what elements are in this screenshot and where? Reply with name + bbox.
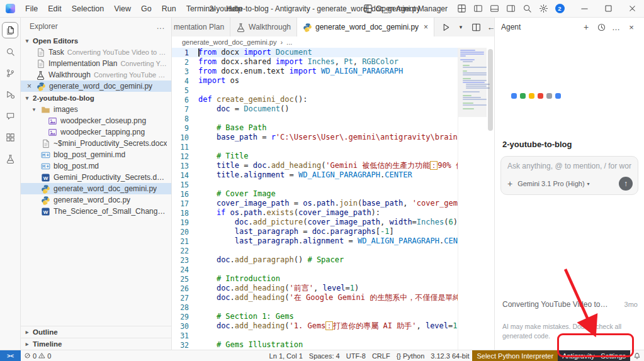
breadcrumb-more[interactable]: ... — [286, 38, 292, 46]
code-line[interactable]: 19 doc.add_picture(cover_image_path, wid… — [172, 218, 458, 227]
search-icon[interactable] — [519, 1, 535, 16]
code-line[interactable]: 7 doc = Document() — [172, 104, 458, 114]
sidebar-more-icon[interactable]: ... — [157, 22, 165, 31]
code-line[interactable]: 15 — [172, 180, 458, 189]
menu-terminal[interactable]: Terminal — [181, 0, 221, 18]
status-ln-1-col-1[interactable]: Ln 1, Col 1 — [266, 350, 306, 361]
model-selector[interactable]: Gemini 3.1 Pro (High) ▾ — [517, 180, 589, 187]
vertical-scrollbar[interactable] — [487, 48, 494, 350]
code-line[interactable]: 1from docx import Document — [172, 48, 458, 57]
section-outline[interactable]: ▸Outline — [21, 326, 171, 338]
split-editor-icon[interactable] — [470, 21, 482, 33]
breadcrumb-file[interactable]: generate_word_doc_gemini.py — [182, 38, 276, 46]
menu-help[interactable]: Help — [221, 0, 247, 18]
tree-item[interactable]: blog_post_gemini.md — [21, 149, 171, 160]
code-line[interactable]: 28 — [172, 303, 458, 312]
menu-file[interactable]: File — [20, 0, 43, 18]
code-line[interactable]: 22 — [172, 246, 458, 255]
minimap[interactable] — [458, 48, 487, 350]
section-timeline[interactable]: ▸Timeline — [21, 338, 171, 350]
tree-item[interactable]: woodpecker_tapping.png — [21, 126, 171, 138]
tree-item[interactable]: WThe_Science_of_Small_Changes.docx — [21, 206, 171, 217]
code-line[interactable]: 2from docx.shared import Inches, Pt, RGB… — [172, 57, 458, 67]
breadcrumb[interactable]: generate_word_doc_gemini.py › ... — [172, 36, 494, 48]
tree-item[interactable]: blog_post.md — [21, 160, 171, 172]
menu-run[interactable]: Run — [157, 0, 181, 18]
open-agent-manager-button[interactable]: Open Agent Manager — [358, 2, 453, 15]
code-line[interactable]: 24 — [172, 265, 458, 274]
layout-panel-right-icon[interactable] — [502, 1, 519, 16]
menu-go[interactable]: Go — [136, 0, 157, 18]
antigravity-settings-item[interactable]: Antigravity - Settings — [558, 350, 630, 361]
more-icon[interactable]: … — [610, 21, 623, 33]
activity-source-control[interactable] — [2, 65, 18, 81]
code-line[interactable]: 25 # Introduction — [172, 274, 458, 284]
run-icon[interactable] — [439, 21, 452, 33]
tree-item[interactable]: generate_word_doc_gemini.py — [21, 183, 171, 194]
editor-tab[interactable]: mentation Plan — [172, 18, 230, 36]
code-line[interactable]: 5 — [172, 86, 458, 95]
code-line[interactable]: 14 title.alignment = WD_ALIGN_PARAGRAPH.… — [172, 170, 458, 180]
code-line[interactable]: 21 last_paragraph.alignment = WD_ALIGN_P… — [172, 236, 458, 246]
select-interpreter-button[interactable]: Select Python Interpreter — [472, 350, 558, 361]
notifications-bell-icon[interactable] — [630, 350, 644, 361]
scrollbar-thumb[interactable] — [488, 49, 493, 131]
code-area[interactable]: 1from docx import Document2from docx.sha… — [172, 48, 494, 350]
code-line[interactable]: 11 — [172, 142, 458, 152]
status-spaces-4[interactable]: Spaces: 4 — [306, 350, 343, 361]
code-line[interactable]: 9 # Base Path — [172, 123, 458, 133]
send-button[interactable]: ↑ — [619, 177, 633, 191]
activity-extensions[interactable] — [2, 129, 18, 145]
code-line[interactable]: 3from docx.enum.text import WD_ALIGN_PAR… — [172, 67, 458, 76]
activity-explorer[interactable] — [2, 22, 18, 38]
close-tab-icon[interactable]: × — [424, 23, 428, 31]
new-chat-icon[interactable]: + — [580, 21, 592, 33]
open-editors-header[interactable]: ▾ Open Editors — [21, 35, 171, 47]
code-line[interactable]: 32 # Gems Illustration — [172, 340, 458, 350]
agent-input-card[interactable]: + Gemini 3.1 Pro (High) ▾ ↑ — [500, 156, 638, 195]
problems-indicator[interactable]: 0 0 — [21, 350, 54, 361]
open-editor-item[interactable]: TaskConverting YouTube Video to Blog Pos… — [21, 47, 171, 58]
tree-item[interactable]: generate_word_doc.py — [21, 194, 171, 206]
history-icon[interactable] — [595, 21, 607, 33]
open-editor-item[interactable]: ×generate_word_doc_gemini.py — [21, 81, 171, 92]
code-line[interactable]: 26 doc.add_heading('前言', level=1) — [172, 284, 458, 293]
close-button[interactable] — [620, 0, 644, 18]
code-line[interactable]: 31 — [172, 331, 458, 340]
agent-grid-icon[interactable] — [453, 1, 470, 16]
activity-testing[interactable] — [2, 150, 18, 167]
code-line[interactable]: 29 # Section 1: Gems — [172, 312, 458, 321]
account-badge-icon[interactable]: 2 — [551, 1, 568, 16]
code-line[interactable]: 30 doc.add_heading('1. Gems：打造你的專屬 AI 助手… — [172, 321, 458, 331]
remote-indicator[interactable]: >< — [0, 350, 21, 361]
code-line[interactable]: 17 cover_image_path = os.path.join(base_… — [172, 199, 458, 208]
maximize-button[interactable] — [596, 0, 620, 18]
attach-plus-icon[interactable]: + — [507, 179, 512, 189]
code-line[interactable]: 20 last_paragraph = doc.paragraphs[-1] — [172, 227, 458, 236]
code-line[interactable]: 12 # Title — [172, 152, 458, 161]
layout-panel-left-icon[interactable] — [470, 1, 486, 16]
menu-view[interactable]: View — [109, 0, 136, 18]
menu-edit[interactable]: Edit — [43, 0, 67, 18]
code-line[interactable]: 27 doc.add_heading('在 Google Gemini 的生態系… — [172, 293, 458, 303]
menu-selection[interactable]: Selection — [67, 0, 109, 18]
code-line[interactable]: 10 base_path = r'C:\Users\User\.gemini\a… — [172, 133, 458, 142]
status-crlf[interactable]: CRLF — [369, 350, 393, 361]
editor-tab[interactable]: Walkthrough — [230, 18, 297, 36]
code-line[interactable]: 23 doc.add_paragraph() # Spacer — [172, 255, 458, 265]
status-utf-8[interactable]: UTF-8 — [343, 350, 369, 361]
status-3-12-3-64-bit[interactable]: 3.12.3 64-bit — [427, 350, 472, 361]
tree-item[interactable]: WGemini_Productivity_Secrets.docx — [21, 172, 171, 183]
code-line[interactable]: 18 if os.path.exists(cover_image_path): — [172, 208, 458, 218]
open-editor-item[interactable]: Implementation PlanConverting YouTube ..… — [21, 58, 171, 69]
workspace-root-row[interactable]: ▾ 2-youtube-to-blog — [21, 92, 171, 104]
run-dropdown-icon[interactable]: ▾ — [455, 21, 467, 33]
activity-search[interactable] — [2, 43, 18, 60]
close-icon[interactable]: × — [625, 21, 638, 33]
tree-item[interactable]: ▾images — [21, 104, 171, 115]
tree-item[interactable]: ~$mini_Productivity_Secrets.docx — [21, 138, 171, 149]
open-editor-item[interactable]: WalkthroughConverting YouTube Video to .… — [21, 69, 171, 81]
activity-run-debug[interactable] — [2, 86, 18, 103]
tree-item[interactable]: woodpecker_closeup.png — [21, 115, 171, 126]
minimize-button[interactable] — [572, 0, 596, 18]
